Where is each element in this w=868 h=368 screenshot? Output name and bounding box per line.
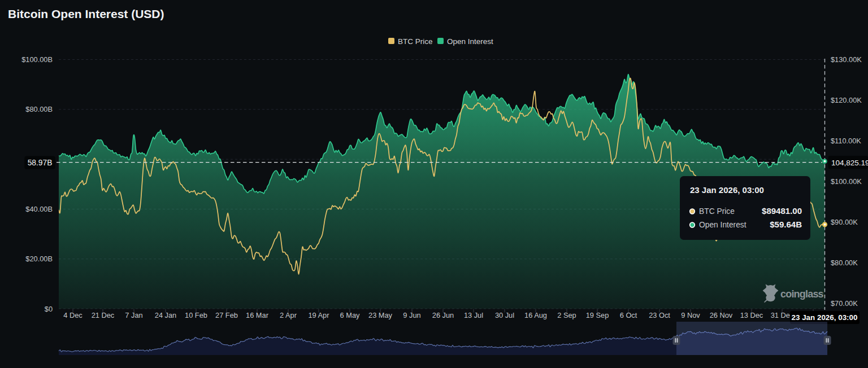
- svg-text:10 Feb: 10 Feb: [185, 311, 207, 319]
- svg-text:4 Dec: 4 Dec: [63, 311, 83, 319]
- svg-text:30 Jul: 30 Jul: [495, 311, 514, 319]
- svg-text:BTC Price: BTC Price: [398, 37, 433, 46]
- svg-text:19 Apr: 19 Apr: [309, 311, 330, 319]
- svg-text:$100.00K: $100.00K: [831, 177, 862, 186]
- svg-text:9 Nov: 9 Nov: [681, 311, 700, 319]
- svg-text:$120.00K: $120.00K: [831, 96, 862, 104]
- svg-text:23 May: 23 May: [368, 311, 393, 319]
- svg-text:$89481.00: $89481.00: [762, 206, 802, 216]
- svg-text:$0: $0: [45, 305, 53, 313]
- svg-text:$110.00K: $110.00K: [831, 137, 861, 145]
- svg-text:6 Oct: 6 Oct: [620, 311, 637, 319]
- svg-text:13 Dec: 13 Dec: [740, 311, 763, 319]
- svg-text:26 Nov: 26 Nov: [710, 311, 733, 319]
- svg-text:$80.00K: $80.00K: [831, 259, 858, 267]
- svg-text:$70.00K: $70.00K: [831, 299, 858, 308]
- svg-text:24 Jan: 24 Jan: [155, 311, 176, 319]
- svg-text:23 Oct: 23 Oct: [649, 311, 670, 319]
- svg-text:2 Sep: 2 Sep: [557, 311, 576, 319]
- svg-text:coinglass: coinglass: [780, 288, 824, 300]
- svg-text:26 Jun: 26 Jun: [432, 311, 454, 319]
- svg-text:104,825.19: 104,825.19: [831, 159, 868, 167]
- svg-text:13 Jul: 13 Jul: [464, 311, 483, 319]
- svg-text:16 Aug: 16 Aug: [524, 311, 547, 319]
- svg-text:$20.00B: $20.00B: [25, 255, 53, 263]
- svg-text:$100.00B: $100.00B: [21, 55, 53, 64]
- svg-text:58.97B: 58.97B: [28, 159, 53, 167]
- svg-text:BTC Price: BTC Price: [699, 207, 735, 216]
- svg-text:$59.64B: $59.64B: [770, 220, 802, 229]
- svg-text:21 Dec: 21 Dec: [92, 311, 115, 319]
- svg-text:2 Apr: 2 Apr: [280, 311, 297, 319]
- svg-text:Open Interest: Open Interest: [699, 221, 747, 229]
- svg-text:19 Sep: 19 Sep: [586, 311, 609, 319]
- svg-text:$40.00B: $40.00B: [25, 205, 53, 213]
- svg-text:23 Jan 2026, 03:00: 23 Jan 2026, 03:00: [792, 313, 858, 322]
- svg-text:27 Feb: 27 Feb: [215, 311, 238, 319]
- svg-text:$80.00B: $80.00B: [25, 105, 53, 113]
- svg-text:7 Jan: 7 Jan: [125, 311, 142, 319]
- svg-text:23 Jan 2026, 03:00: 23 Jan 2026, 03:00: [690, 185, 764, 195]
- svg-text:16 Mar: 16 Mar: [246, 311, 269, 319]
- svg-text:$130.00K: $130.00K: [831, 55, 862, 64]
- svg-text:$90.00K: $90.00K: [831, 218, 858, 226]
- svg-text:6 May: 6 May: [340, 311, 360, 319]
- svg-text:9 Jun: 9 Jun: [403, 311, 420, 319]
- svg-text:Open Interest: Open Interest: [447, 37, 493, 46]
- svg-text:Bitcoin Open Interest (USD): Bitcoin Open Interest (USD): [8, 7, 164, 20]
